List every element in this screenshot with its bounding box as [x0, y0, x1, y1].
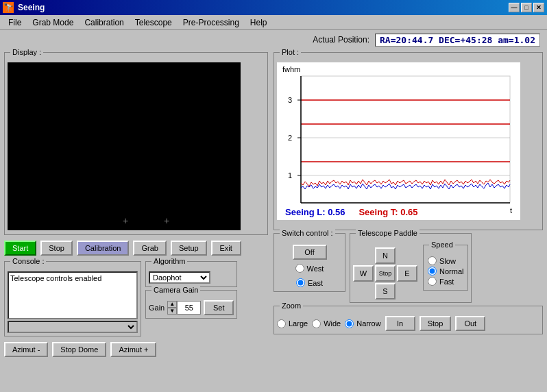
console-text: Telescope controls enabled: [8, 271, 138, 319]
fast-label: Fast: [439, 278, 454, 286]
grab-button[interactable]: Grab: [133, 241, 166, 256]
switch-control-group: Switch control : Off West East: [274, 233, 345, 292]
slow-radio[interactable]: [428, 256, 437, 265]
zoom-narrow-radio[interactable]: [345, 319, 354, 328]
zoom-label: Zoom: [280, 302, 303, 310]
seeing-l-text: Seeing L: 0.56: [282, 206, 348, 219]
calibration-button[interactable]: Calibration: [77, 241, 130, 256]
plot-label: Plot :: [280, 48, 301, 56]
console-group: Console : Telescope controls enabled: [4, 261, 141, 336]
fast-radio-row: Fast: [428, 277, 463, 286]
console-dropdown[interactable]: [8, 321, 138, 333]
azimut-plus-button[interactable]: Azimut +: [110, 342, 156, 357]
console-area: Telescope controls enabled: [8, 271, 138, 333]
fwhm-label: fwhm: [282, 65, 300, 73]
console-label: Console :: [10, 257, 46, 265]
stop-button[interactable]: Stop: [40, 241, 73, 256]
large-radio-row: Large: [277, 319, 308, 328]
display-canvas: + +: [8, 62, 241, 230]
plot-canvas: fwhm t 3 2 1: [277, 62, 520, 220]
controls-row: Switch control : Off West East Telescope…: [274, 233, 543, 303]
seeing-t-text: Seeing T: 0.65: [356, 206, 420, 219]
bottom-buttons-row: Azimut - Stop Dome Azimut +: [4, 339, 268, 360]
menu-help[interactable]: Help: [245, 16, 273, 29]
menu-telescope[interactable]: Telescope: [130, 16, 178, 29]
main-buttons-row: Start Stop Calibration Grab Setup Exit: [4, 238, 268, 258]
gain-input[interactable]: 55: [177, 301, 201, 315]
zoom-row: Large Wide Narrow In Stop Out: [277, 316, 539, 331]
menu-file[interactable]: File: [3, 16, 27, 29]
plot-svg: fwhm t 3 2 1: [277, 62, 520, 220]
paddle-w-button[interactable]: W: [353, 265, 374, 282]
gain-set-button[interactable]: Set: [204, 300, 234, 315]
zoom-in-button[interactable]: In: [385, 316, 415, 331]
algorithm-select[interactable]: Daophot Gaussian Centroid: [149, 271, 210, 284]
algorithm-label: Algorithm: [151, 257, 187, 265]
menu-preprocessing[interactable]: Pre-Processing: [178, 16, 245, 29]
west-radio-row: West: [295, 264, 324, 273]
seeing-text-row: Seeing L: 0.56 Seeing T: 0.65: [282, 206, 420, 219]
narrow-radio-row: Narrow: [345, 319, 380, 328]
zoom-wide-radio[interactable]: [312, 319, 321, 328]
algorithm-group: Algorithm Daophot Gaussian Centroid: [145, 261, 237, 287]
zoom-large-label: Large: [289, 319, 308, 328]
display-label: Display :: [10, 48, 43, 56]
normal-label: Normal: [439, 267, 463, 275]
zoom-narrow-label: Narrow: [356, 319, 380, 328]
right-panel: Plot : fwhm t 3: [274, 52, 543, 360]
menu-calibration[interactable]: Calibration: [79, 16, 129, 29]
zoom-stop-button[interactable]: Stop: [420, 316, 452, 331]
exit-button[interactable]: Exit: [211, 241, 241, 256]
telescope-paddle-label: Telescope Paddle: [356, 229, 420, 237]
start-button[interactable]: Start: [4, 241, 36, 256]
gain-arrows: ▲ ▼: [167, 301, 177, 315]
west-radio[interactable]: [295, 264, 304, 273]
camera-gain-group: Camera Gain Gain ▲ ▼ 55 Set: [145, 290, 237, 319]
bottom-left-section: Console : Telescope controls enabled: [4, 261, 268, 336]
east-label: East: [308, 279, 323, 287]
east-radio[interactable]: [296, 278, 305, 287]
setup-button[interactable]: Setup: [171, 241, 207, 256]
zoom-large-radio[interactable]: [277, 319, 286, 328]
slow-radio-row: Slow: [428, 256, 463, 265]
gain-spinbox: ▲ ▼ 55: [167, 301, 201, 315]
normal-radio[interactable]: [428, 267, 437, 275]
zoom-group: Zoom Large Wide Narrow In Stop Out: [274, 306, 543, 334]
speed-group: Speed Slow Normal Fast: [423, 245, 468, 291]
close-button[interactable]: ✕: [533, 3, 544, 12]
left-panel: Display : + + Start Stop Calibration Gra…: [4, 52, 268, 360]
fast-radio[interactable]: [428, 277, 437, 286]
stop-dome-button[interactable]: Stop Dome: [52, 342, 106, 357]
window-title: Seeing: [18, 3, 45, 12]
speed-label: Speed: [429, 241, 455, 249]
menubar: File Grab Mode Calibration Telescope Pre…: [0, 15, 547, 30]
menu-grab-mode[interactable]: Grab Mode: [27, 16, 79, 29]
status-bar: Actual Position: RA=20:44.7 DEC=+45:28 a…: [0, 30, 547, 49]
titlebar-buttons: — □ ✕: [509, 3, 544, 12]
camera-gain-label: Camera Gain: [151, 286, 200, 294]
gain-row: Gain ▲ ▼ 55 Set: [149, 300, 234, 315]
left-bottom-controls: Algorithm Daophot Gaussian Centroid Came…: [145, 261, 237, 336]
paddle-n-button[interactable]: N: [375, 247, 396, 264]
zoom-out-button[interactable]: Out: [455, 316, 485, 331]
minimize-button[interactable]: —: [509, 3, 520, 12]
paddle-s-button[interactable]: S: [375, 283, 396, 299]
gain-down[interactable]: ▼: [167, 308, 177, 315]
gain-up[interactable]: ▲: [167, 301, 177, 308]
switch-control-label: Switch control :: [280, 229, 335, 237]
titlebar: 🔭 Seeing — □ ✕: [0, 0, 547, 15]
west-label: West: [307, 265, 324, 273]
paddle-e-button[interactable]: E: [397, 265, 417, 282]
normal-radio-row: Normal: [428, 267, 463, 275]
app-icon: 🔭: [3, 2, 14, 13]
plot-group: Plot : fwhm t 3: [274, 52, 543, 230]
paddle-stop-button[interactable]: Stop: [375, 265, 396, 282]
azimut-minus-button[interactable]: Azimut -: [4, 342, 48, 357]
display-group: Display : + +: [4, 52, 268, 235]
switch-off-button[interactable]: Off: [293, 245, 327, 260]
gain-label: Gain: [149, 304, 165, 312]
crosshair-right: +: [164, 216, 169, 225]
svg-text:1: 1: [288, 171, 292, 180]
actual-position-label: Actual Position:: [313, 35, 369, 45]
maximize-button[interactable]: □: [521, 3, 532, 12]
